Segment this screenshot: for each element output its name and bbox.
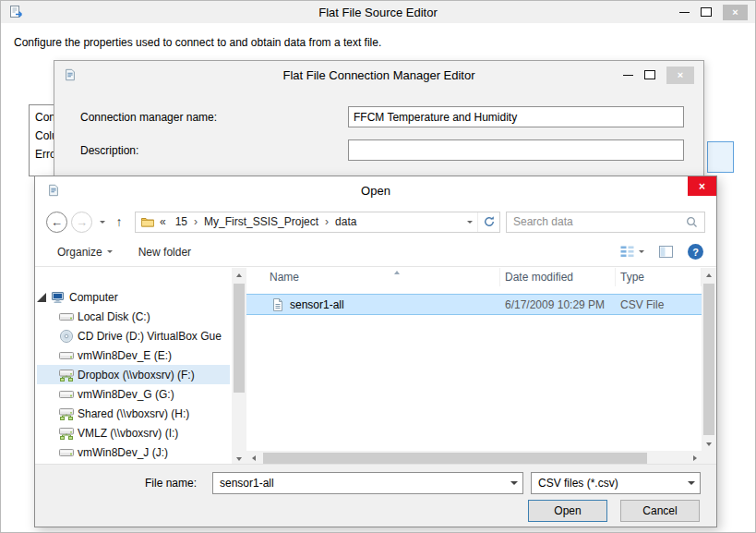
scroll-left-icon (252, 455, 256, 461)
network-drive-icon (59, 368, 74, 382)
breadcrumb-segment-my-first-ssis-project[interactable]: My_First_SSIS_Project (199, 215, 323, 228)
scrollbar-track[interactable] (232, 282, 246, 452)
minimize-icon[interactable] (623, 75, 633, 76)
command-toolbar: Organize New folder ? (57, 241, 703, 262)
scroll-up-icon (706, 273, 712, 277)
tree-scrollbar[interactable] (232, 268, 246, 466)
tree-item-vmwin8dev-j-j[interactable]: vmWin8Dev_J (J:) (37, 442, 230, 462)
tree-item-label: vmWin8Dev_E (E:) (78, 349, 172, 362)
recent-locations-button[interactable] (96, 211, 109, 233)
tree-expander-icon[interactable] (37, 293, 46, 302)
help-button[interactable]: ? (688, 244, 703, 260)
tree-item-label: Local Disk (C:) (78, 310, 150, 323)
scroll-up-button[interactable] (702, 268, 716, 282)
organize-button[interactable]: Organize (57, 246, 113, 259)
breadcrumb-segment-15[interactable]: 15 (171, 215, 192, 228)
main-description: Configure the properties used to connect… (14, 36, 381, 49)
organize-label: Organize (57, 246, 102, 259)
tree-item-vmwin8dev-e-e[interactable]: vmWin8Dev_E (E:) (37, 345, 230, 365)
disk-icon (59, 445, 74, 460)
scrollbar-track[interactable] (702, 282, 716, 437)
file-list-rows: sensor1-all6/17/2009 10:29 PMCSV File (246, 294, 702, 451)
file-row-sensor1-all[interactable]: sensor1-all6/17/2009 10:29 PMCSV File (246, 294, 702, 315)
column-header-name[interactable]: Name (246, 268, 500, 286)
tree-item-label: Dropbox (\\vboxsrv) (F:) (78, 369, 195, 382)
tree-item-label: vmWin8Dev_G (G:) (78, 388, 174, 401)
forward-button[interactable]: → (71, 212, 92, 233)
search-icon (686, 216, 699, 229)
disk-icon (59, 309, 74, 324)
tree-item-label: vmWin8Dev_J (J:) (78, 446, 168, 459)
up-icon: ↑ (116, 214, 123, 229)
folder-icon (140, 214, 155, 229)
file-list: NameDate modifiedType sensor1-all6/17/20… (246, 268, 716, 466)
chevron-down-icon (639, 250, 644, 253)
chevron-down-icon (688, 481, 695, 485)
main-window-title: Flat File Source Editor (1, 6, 755, 19)
combo-dropdown-button[interactable] (683, 473, 700, 493)
change-view-button[interactable] (620, 246, 644, 258)
tree-item-dropbox-vboxsrv-f[interactable]: Dropbox (\\vboxsrv) (F:) (37, 365, 230, 384)
chevron-down-icon (467, 221, 473, 224)
address-bar[interactable]: « 15›My_First_SSIS_Project›data (135, 212, 500, 233)
main-titlebar: Flat File Source Editor × (1, 1, 755, 23)
back-button[interactable]: ← (46, 212, 67, 233)
cancel-button[interactable]: Cancel (620, 500, 700, 522)
tree-item-shared-vboxsrv-h[interactable]: Shared (\\vboxsrv) (H:) (37, 404, 230, 423)
preview-pane-button[interactable] (659, 246, 673, 258)
tree-item-label: Shared (\\vboxsrv) (H:) (78, 407, 189, 420)
minimize-icon[interactable] (679, 12, 690, 13)
up-button[interactable]: ↑ (109, 212, 129, 233)
open-button[interactable]: Open (528, 500, 607, 522)
tree-item-vmlz-vboxsrv-i[interactable]: VMLZ (\\vboxsrv) (I:) (37, 423, 230, 442)
search-input[interactable] (507, 212, 704, 232)
scroll-up-button[interactable] (232, 268, 246, 282)
description-input[interactable] (348, 139, 684, 161)
open-dialog-content: ComputerLocal Disk (C:)CD Drive (D:) Vir… (35, 268, 716, 466)
refresh-icon (483, 215, 496, 228)
close-icon[interactable]: × (666, 67, 694, 84)
flat-file-connection-manager-editor-window: Flat File Connection Manager Editor × Co… (54, 60, 704, 189)
network-drive-icon (59, 426, 74, 441)
scroll-up-icon (236, 273, 242, 277)
search-box[interactable] (506, 212, 705, 233)
maximize-icon[interactable] (644, 70, 655, 79)
bg-highlighted-fragment (707, 141, 734, 173)
new-folder-button[interactable]: New folder (138, 246, 191, 259)
folder-tree: ComputerLocal Disk (C:)CD Drive (D:) Vir… (35, 268, 232, 466)
cd-icon (59, 329, 74, 344)
connection-manager-name-label: Connection manager name: (80, 111, 217, 124)
file-type-combobox[interactable]: CSV files (*.csv) (531, 472, 701, 494)
file-date-modified: 6/17/2009 10:29 PM (500, 298, 616, 311)
list-vertical-scrollbar[interactable] (702, 268, 716, 451)
breadcrumb-overflow[interactable]: « (155, 215, 171, 228)
column-header-label: Name (270, 271, 299, 284)
scrollbar-thumb[interactable] (263, 453, 647, 464)
tree-item-computer[interactable]: Computer (37, 287, 230, 307)
file-name-combobox[interactable]: sensor1-all (212, 472, 523, 494)
file-name: sensor1-all (290, 298, 344, 311)
file-name-value: sensor1-all (213, 477, 506, 490)
open-dialog-footer: File name: sensor1-all CSV files (*.csv)… (35, 464, 716, 527)
column-header-date-modified[interactable]: Date modified (500, 268, 616, 286)
address-dropdown-button[interactable] (462, 221, 477, 224)
combo-dropdown-button[interactable] (506, 473, 522, 493)
forward-icon: → (76, 215, 88, 229)
tree-item-vmwin8dev-g-g[interactable]: vmWin8Dev_G (G:) (37, 384, 230, 404)
breadcrumb-segment-data[interactable]: data (330, 215, 361, 228)
scroll-down-icon (706, 442, 712, 446)
maximize-icon[interactable] (701, 7, 712, 17)
scroll-down-button[interactable] (702, 437, 716, 451)
tree-item-label: VMLZ (\\vboxsrv) (I:) (78, 427, 178, 440)
tree-item-local-disk-c[interactable]: Local Disk (C:) (37, 307, 230, 326)
connection-manager-name-input[interactable] (348, 106, 684, 127)
tree-item-cd-drive-d-virtualbox-gue[interactable]: CD Drive (D:) VirtualBox Gue (37, 326, 230, 345)
scrollbar-thumb[interactable] (234, 284, 245, 393)
refresh-button[interactable] (477, 212, 499, 232)
close-icon[interactable]: × (688, 176, 716, 196)
close-icon[interactable]: × (723, 5, 748, 20)
view-list-icon (620, 246, 634, 258)
column-header-label: Type (620, 271, 644, 284)
scrollbar-thumb[interactable] (703, 284, 714, 435)
column-header-type[interactable]: Type (616, 268, 702, 286)
